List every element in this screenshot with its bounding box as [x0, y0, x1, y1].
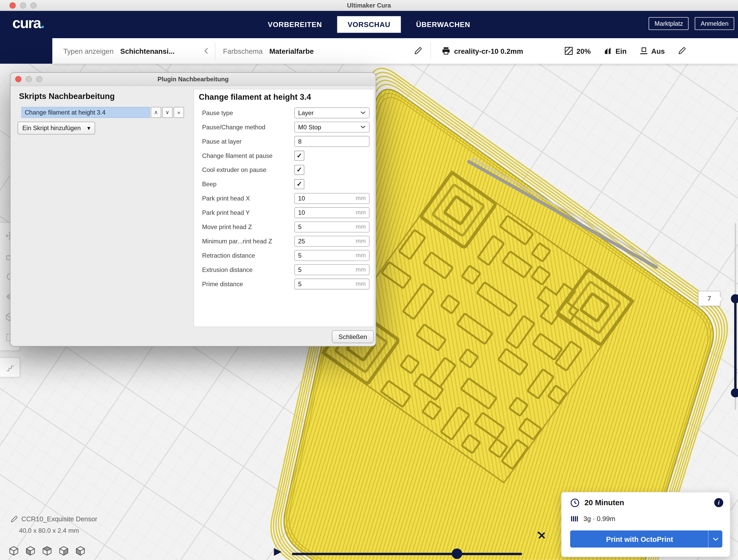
field-row: Retraction distance 5 mm [198, 248, 370, 262]
field-row: Pause/Change method M0 Stop [198, 120, 370, 134]
cool-extruder-checkbox[interactable]: ✓ [294, 165, 304, 174]
infill-setting[interactable]: 20% [565, 46, 591, 55]
view-type-selector[interactable]: Typen anzeigen Schichtenansi... [52, 38, 215, 64]
signin-button[interactable]: Anmelden [695, 17, 734, 30]
input-value: 8 [298, 138, 301, 145]
view-3d-icon[interactable] [9, 546, 19, 556]
input-unit: mm [356, 281, 366, 287]
input-value: 5 [298, 280, 301, 287]
layer-slider-bottom-handle[interactable] [731, 388, 738, 397]
change-filament-checkbox[interactable]: ✓ [294, 150, 304, 160]
select-value: Layer [298, 109, 314, 116]
play-button[interactable]: ▶ [274, 546, 282, 556]
beep-checkbox[interactable]: ✓ [294, 179, 304, 189]
field-row: Extrusion distance 5 mm [198, 262, 370, 276]
edit-color-scheme-button[interactable] [414, 47, 422, 55]
marketplace-button[interactable]: Marktplatz [649, 17, 689, 30]
support-setting[interactable]: Ein [604, 46, 627, 55]
play-icon: ▶ [274, 546, 282, 557]
input-unit: mm [356, 195, 366, 201]
park-head-x-input[interactable]: 10 mm [294, 193, 370, 204]
edit-print-settings-button[interactable] [678, 47, 686, 55]
print-output-panel: 20 Minuten i 3g · 0.99m Print with OctoP… [561, 492, 730, 557]
view-right-icon[interactable] [75, 546, 85, 556]
field-label: Retraction distance [202, 252, 255, 259]
dialog-body: Skripts Nachbearbeitung Change filament … [10, 86, 375, 346]
extrusion-distance-input[interactable]: 5 mm [294, 264, 370, 275]
close-window-button[interactable] [10, 2, 16, 9]
color-scheme-value: Materialfarbe [269, 47, 314, 55]
model-info: CCR10_Exquisite Densor 40.0 x 80.0 x 2.4… [10, 515, 97, 534]
add-script-dropdown[interactable]: Ein Skript hinzufügen ▾ [18, 121, 95, 134]
field-label: Park print head X [202, 194, 250, 201]
field-label: Cool extruder on pause [202, 166, 266, 173]
view-top-icon[interactable] [42, 546, 52, 556]
select-value: M0 Stop [298, 123, 321, 130]
field-label: Move print head Z [202, 223, 252, 230]
pause-type-select[interactable]: Layer [294, 107, 370, 118]
tab-vorbereiten[interactable]: VORBEREITEN [257, 16, 332, 33]
dialog-minimize-button[interactable] [26, 76, 32, 82]
object-list-panel[interactable] [0, 358, 20, 378]
move-head-z-input[interactable]: 5 mm [294, 221, 370, 232]
path-slider-handle[interactable] [452, 549, 462, 559]
support-value: Ein [615, 47, 627, 55]
field-label: Pause at layer [202, 138, 242, 145]
retraction-distance-input[interactable]: 5 mm [294, 250, 370, 261]
filament-icon [570, 514, 579, 523]
postprocessing-dialog: Plugin Nachbearbeitung Skripts Nachbearb… [10, 72, 376, 347]
print-options-dropdown[interactable] [708, 530, 722, 548]
tab-ueberwachen[interactable]: ÜBERWACHEN [406, 16, 481, 33]
field-label: Minimum par...rint head Z [202, 237, 272, 244]
layers-steps-icon [5, 363, 15, 372]
current-layer-indicator[interactable]: 7 [698, 291, 720, 306]
minimize-window-button[interactable] [20, 2, 26, 9]
field-label: Prime distance [202, 280, 243, 287]
minimum-park-head-z-input[interactable]: 25 mm [294, 235, 370, 246]
stage-tabs: VORBEREITEN VORSCHAU ÜBERWACHEN [0, 11, 738, 38]
input-unit: mm [356, 223, 366, 230]
field-row: Pause at layer 8 [198, 134, 370, 148]
park-head-y-input[interactable]: 10 mm [294, 207, 370, 218]
move-script-down-button[interactable]: ∨ [162, 107, 172, 118]
stage-toolbar: Typen anzeigen Schichtenansi... Farbsche… [52, 38, 738, 64]
adjust-tools-button[interactable] [536, 530, 547, 543]
view-front-icon[interactable] [25, 546, 36, 556]
layer-slider-range[interactable] [734, 299, 736, 393]
chevron-down-icon [360, 111, 366, 114]
info-icon: i [718, 499, 720, 506]
dialog-close-button[interactable] [15, 76, 22, 82]
field-label: Pause type [202, 109, 233, 116]
tab-vorschau[interactable]: VORSCHAU [337, 16, 401, 33]
adhesion-setting[interactable]: Aus [640, 46, 665, 55]
info-button[interactable]: i [714, 498, 723, 507]
color-scheme-label: Farbschema [223, 47, 263, 55]
rename-pencil-icon[interactable] [10, 516, 17, 523]
dialog-close-action-button[interactable]: Schließen [332, 331, 374, 343]
print-with-octoprint-button[interactable]: Print with OctoPrint [570, 530, 722, 548]
zoom-window-button[interactable] [30, 2, 37, 9]
input-unit: mm [356, 252, 366, 259]
move-script-up-button[interactable]: ∧ [151, 107, 161, 118]
material-usage: 3g · 0.99m [584, 515, 615, 522]
pause-at-layer-input[interactable]: 8 [294, 136, 370, 146]
dialog-zoom-button[interactable] [36, 76, 42, 82]
input-value: 5 [298, 223, 301, 230]
print-settings-summary[interactable]: creality-cr-10 0.2mm 20% Ein Aus [431, 38, 738, 64]
pause-method-select[interactable]: M0 Stop [294, 121, 370, 132]
remove-script-button[interactable]: × [173, 107, 184, 118]
field-row: Minimum par...rint head Z 25 mm [198, 234, 370, 248]
dialog-titlebar: Plugin Nachbearbeitung [10, 73, 375, 86]
app-window: 7 ▶ CCR10_Exquisite Densor 40.0 x 80.0 x… [0, 0, 738, 560]
input-unit: mm [356, 238, 366, 244]
color-scheme-selector[interactable]: Farbschema Materialfarbe [216, 38, 430, 64]
layer-slider-top-handle[interactable] [731, 294, 738, 304]
prime-distance-input[interactable]: 5 mm [294, 278, 370, 289]
pencil-icon [414, 47, 422, 55]
field-row: Cool extruder on pause ✓ [198, 163, 370, 177]
script-list-item-selected[interactable]: Change filament at height 3.4 [21, 107, 150, 118]
view-left-icon[interactable] [58, 546, 69, 556]
path-slider-track[interactable] [292, 553, 522, 555]
chevron-left-icon[interactable] [204, 48, 208, 54]
input-value: 25 [298, 237, 305, 244]
